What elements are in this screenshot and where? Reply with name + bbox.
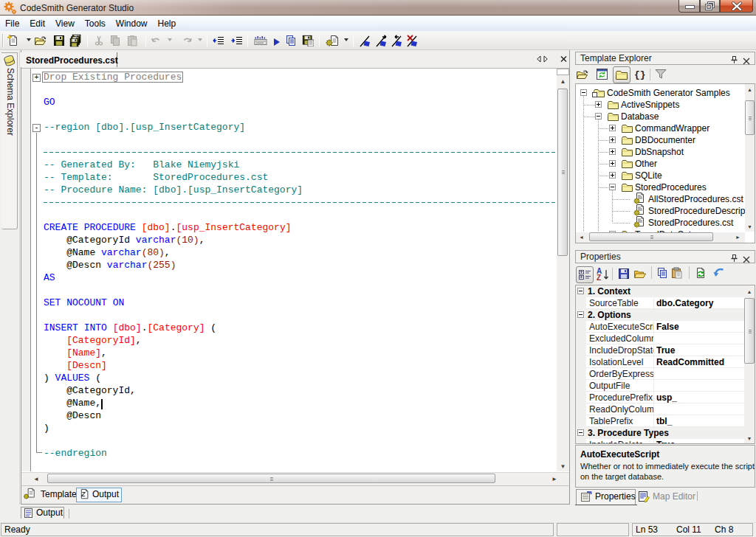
svg-text:Z: Z: [80, 491, 86, 498]
